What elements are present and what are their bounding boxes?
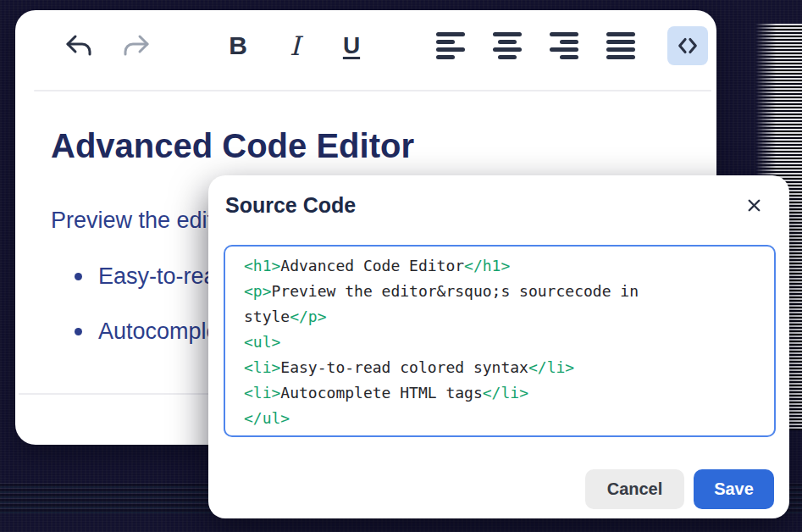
align-justify-button[interactable] — [602, 27, 639, 64]
bold-button[interactable]: B — [219, 27, 257, 64]
underline-icon: U — [343, 32, 360, 59]
bold-icon: B — [229, 31, 247, 60]
align-right-icon — [550, 32, 578, 59]
page-background: B I U — [0, 0, 802, 532]
editor-toolbar: B I U — [15, 10, 716, 81]
redo-icon — [121, 30, 152, 61]
align-center-icon — [493, 32, 522, 59]
italic-icon: I — [290, 30, 300, 61]
close-icon — [744, 196, 764, 218]
close-button[interactable] — [737, 190, 771, 224]
bullet-icon — [75, 328, 82, 335]
toolbar-divider — [34, 90, 711, 91]
align-right-button[interactable] — [545, 27, 583, 64]
code-brackets-icon — [676, 34, 700, 58]
undo-button[interactable] — [60, 27, 97, 64]
bullet-icon — [75, 273, 82, 280]
align-justify-icon — [606, 32, 635, 59]
document-heading: Advanced Code Editor — [51, 127, 414, 164]
undo-icon — [64, 30, 94, 61]
align-center-button[interactable] — [489, 27, 526, 64]
modal-title: Source Code — [225, 193, 356, 218]
source-code-textarea[interactable]: <h1>Advanced Code Editor</h1><p>Preview … — [224, 245, 776, 437]
underline-button[interactable]: U — [333, 27, 370, 64]
save-button[interactable]: Save — [694, 469, 774, 509]
source-code-content: <h1>Advanced Code Editor</h1><p>Preview … — [244, 253, 755, 431]
redo-button[interactable] — [118, 27, 155, 64]
align-left-button[interactable] — [432, 27, 469, 64]
align-left-icon — [436, 32, 465, 59]
source-code-modal: Source Code <h1>Advanced Code Editor</h1… — [208, 175, 789, 518]
italic-button[interactable]: I — [276, 27, 313, 64]
source-code-button[interactable] — [667, 26, 708, 65]
cancel-button[interactable]: Cancel — [585, 469, 684, 509]
